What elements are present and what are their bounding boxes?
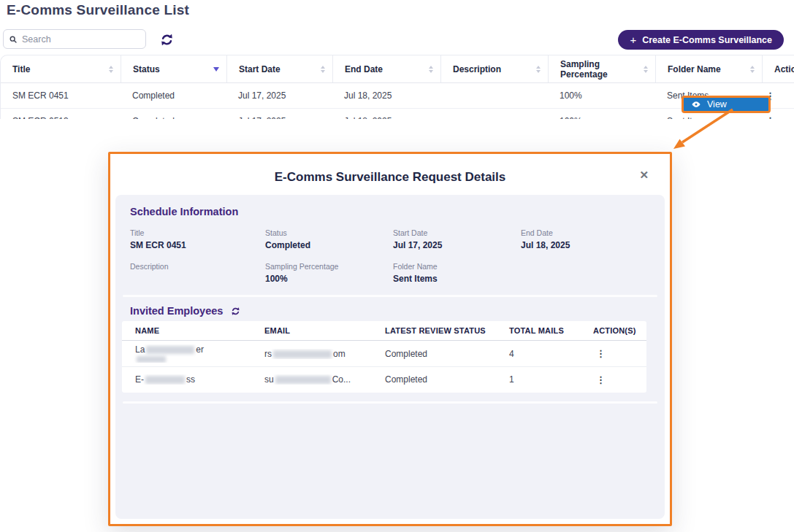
column-header-status[interactable]: Status bbox=[121, 55, 226, 82]
table-header-row: Title Status Start Date End Date Descrip… bbox=[1, 55, 794, 83]
employee-name: Laer bbox=[122, 344, 251, 363]
invited-employees-table: NAME EMAIL LATEST REVIEW STATUS TOTAL MA… bbox=[122, 321, 646, 393]
invited-employees-heading: Invited Employees bbox=[130, 305, 240, 317]
cell-start-date: Jul 17, 2025 bbox=[226, 90, 332, 101]
employee-actions-kebab-icon[interactable]: ⋮ bbox=[580, 374, 646, 385]
column-header-description[interactable]: Description bbox=[440, 55, 548, 82]
cell-title: SM ECR 0513 bbox=[1, 116, 121, 120]
field-sampling-percentage: Sampling Percentage 100% bbox=[265, 262, 393, 284]
modal-title: E-Comms Surveillance Request Details bbox=[110, 170, 670, 185]
cell-end-date: Jul 18, 2025 bbox=[332, 90, 440, 101]
view-menu-item[interactable]: View bbox=[682, 96, 771, 113]
field-folder-name: Folder Name Sent Items bbox=[393, 262, 521, 284]
redacted-text bbox=[273, 350, 332, 358]
employee-total-mails: 4 bbox=[496, 349, 580, 359]
redacted-text bbox=[146, 346, 194, 354]
surveillance-details-modal: E-Comms Surveillance Request Details ✕ S… bbox=[108, 152, 672, 526]
employee-email: suCo... bbox=[251, 374, 372, 385]
sort-desc-icon[interactable] bbox=[213, 67, 219, 72]
create-surveillance-label: Create E-Comms Surveillance bbox=[642, 35, 772, 45]
column-header-email: EMAIL bbox=[251, 326, 372, 335]
employee-name: E-ss bbox=[122, 374, 251, 385]
eye-icon bbox=[691, 99, 701, 109]
table-row: SM ECR 0451 Completed Jul 17, 2025 Jul 1… bbox=[1, 83, 794, 108]
redacted-text bbox=[145, 376, 185, 384]
cell-start-date: Jul 17, 2025 bbox=[226, 116, 332, 120]
employee-email: rsom bbox=[251, 349, 372, 359]
employee-row: Laer rsom Completed 4 ⋮ bbox=[122, 341, 646, 366]
modal-content-panel: Schedule Information Title SM ECR 0451 S… bbox=[115, 195, 665, 519]
section-divider bbox=[123, 295, 657, 297]
page-title: E-Comms Surveillance List bbox=[7, 2, 189, 18]
redacted-text bbox=[275, 376, 331, 384]
employee-review-status: Completed bbox=[372, 349, 496, 359]
column-header-total-mails: TOTAL MAILS bbox=[496, 326, 580, 335]
section-divider bbox=[123, 401, 657, 404]
cell-status: Completed bbox=[121, 90, 226, 101]
sort-icon[interactable] bbox=[536, 66, 541, 73]
schedule-fields-row-2: Description Sampling Percentage 100% Fol… bbox=[130, 262, 650, 284]
search-box[interactable] bbox=[3, 29, 146, 49]
employee-actions-kebab-icon[interactable]: ⋮ bbox=[580, 348, 646, 359]
column-header-action: Action bbox=[762, 55, 794, 82]
view-menu-label: View bbox=[707, 99, 727, 109]
sort-icon[interactable] bbox=[109, 66, 113, 73]
sort-icon[interactable] bbox=[644, 66, 648, 73]
e-comms-surveillance-page: E-Comms Surveillance List + Create E-Com… bbox=[0, 0, 794, 532]
column-header-sampling[interactable]: Sampling Percentage bbox=[548, 55, 655, 82]
field-description: Description bbox=[130, 262, 265, 284]
close-icon[interactable]: ✕ bbox=[639, 169, 649, 182]
cell-title: SM ECR 0451 bbox=[1, 90, 121, 101]
field-end-date: End Date Jul 18, 2025 bbox=[521, 228, 650, 250]
cell-sampling: 100% bbox=[548, 90, 655, 101]
refresh-icon bbox=[231, 307, 240, 316]
table-row: SM ECR 0513 Completed Jul 17, 2025 Jul 1… bbox=[1, 108, 794, 119]
column-header-end-date[interactable]: End Date bbox=[332, 55, 440, 82]
employee-total-mails: 1 bbox=[496, 374, 580, 385]
column-header-title[interactable]: Title bbox=[1, 55, 121, 82]
employees-header-row: NAME EMAIL LATEST REVIEW STATUS TOTAL MA… bbox=[122, 321, 646, 341]
sort-icon[interactable] bbox=[750, 66, 755, 73]
sort-icon[interactable] bbox=[321, 66, 325, 73]
cell-status: Completed bbox=[121, 116, 226, 120]
cell-folder: Sent Items bbox=[655, 116, 762, 120]
column-header-start-date[interactable]: Start Date bbox=[226, 55, 332, 82]
column-header-name: NAME bbox=[122, 326, 251, 335]
field-title: Title SM ECR 0451 bbox=[130, 228, 265, 250]
schedule-information-heading: Schedule Information bbox=[130, 206, 238, 217]
plus-icon: + bbox=[630, 34, 636, 45]
employees-refresh-button[interactable] bbox=[231, 307, 240, 316]
cell-end-date: Jul 18, 2025 bbox=[332, 116, 440, 120]
field-start-date: Start Date Jul 17, 2025 bbox=[393, 228, 521, 250]
schedule-fields-row-1: Title SM ECR 0451 Status Completed Start… bbox=[130, 228, 650, 250]
field-empty bbox=[521, 262, 650, 284]
sort-icon[interactable] bbox=[429, 66, 433, 73]
search-icon bbox=[9, 35, 17, 44]
refresh-icon bbox=[160, 33, 174, 47]
search-input[interactable] bbox=[22, 34, 140, 45]
create-surveillance-button[interactable]: + Create E-Comms Surveillance bbox=[618, 30, 784, 50]
cell-sampling: 100% bbox=[548, 116, 655, 120]
redacted-text bbox=[137, 356, 166, 363]
field-status: Status Completed bbox=[265, 228, 393, 250]
refresh-button[interactable] bbox=[160, 31, 176, 47]
column-header-actions: ACTION(S) bbox=[580, 326, 646, 335]
column-header-latest-review-status: LATEST REVIEW STATUS bbox=[372, 326, 496, 335]
employee-row: E-ss suCo... Completed 1 ⋮ bbox=[122, 366, 646, 392]
column-header-folder[interactable]: Folder Name bbox=[655, 55, 762, 82]
surveillance-table: Title Status Start Date End Date Descrip… bbox=[0, 55, 794, 119]
employee-review-status: Completed bbox=[372, 374, 496, 385]
row-actions-kebab-icon[interactable]: ⋮ bbox=[762, 115, 794, 119]
